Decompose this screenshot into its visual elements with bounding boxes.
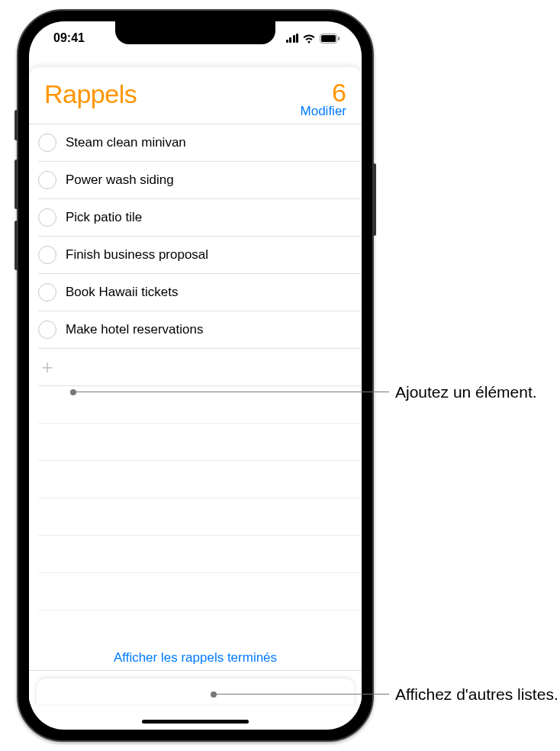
callout-line	[73, 392, 389, 392]
reminder-row[interactable]: Book Hawaii tickets	[29, 274, 362, 311]
phone-frame: 09:41 Rappels 6 Modifier	[17, 9, 374, 742]
complete-circle[interactable]	[38, 321, 56, 339]
empty-line	[38, 424, 362, 461]
notch	[115, 21, 275, 44]
add-reminder-row[interactable]: +	[29, 349, 362, 386]
callout-lists: Affichez d'autres listes.	[395, 684, 558, 704]
plus-icon: +	[38, 358, 56, 376]
screen: 09:41 Rappels 6 Modifier	[29, 21, 362, 730]
wifi-icon	[302, 34, 316, 44]
volume-down-button	[14, 221, 18, 270]
cellular-icon	[286, 34, 299, 43]
lists-peek-card[interactable]	[37, 678, 354, 704]
show-completed-button[interactable]: Afficher les rappels terminés	[29, 650, 362, 666]
header: Rappels 6 Modifier	[29, 67, 362, 124]
edit-button[interactable]: Modifier	[301, 104, 346, 119]
empty-line	[38, 498, 362, 536]
reminder-text: Make hotel reservations	[66, 322, 203, 337]
reminder-row[interactable]: Pick patio tile	[29, 199, 362, 237]
reminder-text: Steam clean minivan	[66, 135, 186, 150]
reminder-text: Power wash siding	[66, 172, 174, 188]
reminder-text: Finish business proposal	[66, 247, 208, 263]
battery-icon	[320, 34, 340, 44]
empty-line	[38, 536, 362, 573]
reminder-row[interactable]: Steam clean minivan	[29, 124, 362, 162]
complete-circle[interactable]	[38, 134, 56, 152]
reminder-count: 6	[301, 79, 346, 105]
status-time: 09:41	[53, 31, 85, 45]
complete-circle[interactable]	[38, 246, 56, 264]
empty-line	[38, 461, 362, 498]
side-button	[14, 110, 18, 140]
reminder-text: Book Hawaii tickets	[66, 285, 178, 300]
svg-rect-1	[321, 35, 336, 42]
reminders-sheet: Rappels 6 Modifier Steam clean minivan	[29, 67, 362, 704]
reminder-text: Pick patio tile	[66, 210, 142, 225]
volume-up-button	[14, 160, 18, 209]
reminder-row[interactable]: Power wash siding	[29, 162, 362, 199]
lists-peek[interactable]	[29, 670, 362, 704]
complete-circle[interactable]	[38, 283, 56, 301]
svg-rect-2	[338, 37, 340, 40]
callout-line	[214, 694, 389, 695]
complete-circle[interactable]	[38, 171, 56, 189]
page-title: Rappels	[44, 79, 137, 109]
reminder-row[interactable]: Make hotel reservations	[29, 311, 362, 349]
empty-line	[38, 573, 362, 611]
status-icons	[286, 34, 341, 44]
complete-circle[interactable]	[38, 208, 56, 227]
reminders-list: Steam clean minivan Power wash siding Pi…	[29, 124, 362, 611]
reminder-row[interactable]: Finish business proposal	[29, 237, 362, 274]
callout-add: Ajoutez un élément.	[395, 382, 537, 402]
power-button	[372, 163, 376, 236]
home-indicator[interactable]	[142, 720, 249, 724]
